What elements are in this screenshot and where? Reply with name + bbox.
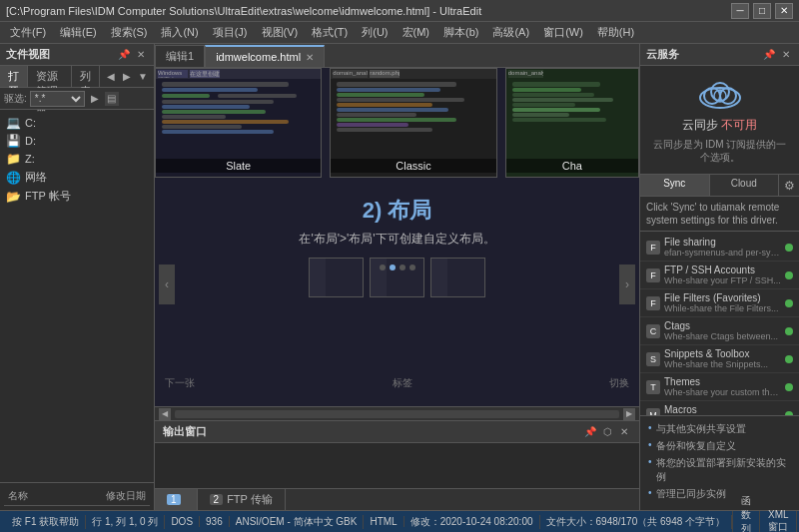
file-tab-extra-icon[interactable]: ▼ [136,70,150,84]
left-panel: 文件视图 📌 ✕ 打开 资源管理器 列表 ◀ ▶ ▼ 驱选: *.* ▶ ▤ [0,44,155,510]
menu-item-j[interactable]: 项目(J) [207,23,254,42]
layout-title: 2) 布局 [363,196,432,226]
forward-arrow-icon[interactable]: ▶ [120,70,134,84]
service-themes-info: Themes Whe-share your custom themes... [664,376,781,397]
dot-3[interactable] [400,265,405,270]
tree-item-c[interactable]: 💻 C: [2,114,152,132]
menu-item-u[interactable]: 列(U) [356,23,394,42]
output-tab-2[interactable]: 2 FTP 传输 [198,489,286,510]
drive-c-icon: 💻 [6,116,21,130]
menu-item-h[interactable]: 帮助(H) [591,23,640,42]
status-right: 函数列表 XML 窗口 模板列表 云服务 [732,511,799,533]
output-pin-icon[interactable]: 📌 [583,425,597,439]
file-columns: 名称 修改日期 [4,487,150,506]
pin-icon[interactable]: 📌 [117,48,131,62]
editor-tab-2-close[interactable]: ✕ [306,52,314,63]
menu-item-t[interactable]: 格式(T) [306,23,354,42]
service-snippets-info: Snippets & Toolbox Whe-share the Snippet… [664,348,781,369]
output-header: 输出窗口 📌 ⬡ ✕ [155,421,639,443]
column-name: 名称 [8,489,28,503]
scroll-left-arrow[interactable]: ◀ [159,408,171,420]
cloud-icon-area [695,76,745,111]
bullet-3: • [648,456,652,467]
theme-preview-slate[interactable]: Windows 记事本 在这里创建文件夹 [155,68,322,178]
file-view-header: 文件视图 📌 ✕ [0,44,154,66]
bottom-text-2: 备份和恢复自定义 [656,439,736,453]
cloud-close-icon[interactable]: ✕ [779,48,793,62]
close-panel-icon[interactable]: ✕ [134,48,148,62]
tree-item-z[interactable]: 📁 Z: [2,150,152,168]
menu-item-b[interactable]: 脚本(b) [437,23,484,42]
menu-item-w[interactable]: 窗口(W) [537,23,589,42]
cloud-service-filesharing: F File sharing efan-sysmenus-and per-sys… [640,234,799,262]
gear-button[interactable]: ⚙ [779,175,799,196]
drive-select[interactable]: *.* [30,91,85,107]
theme-preview-classic[interactable]: domain_analyses random.php [330,68,496,178]
menu-item-f[interactable]: 文件(F) [4,23,52,42]
service-ftp-icon: F [646,268,660,282]
menu-item-n[interactable]: 插入(N) [155,23,204,42]
close-button[interactable]: ✕ [775,3,793,19]
file-tab-open[interactable]: 打开 [0,66,28,87]
status-filesize: 文件大小：6948/170（共 6948 个字节） [540,515,733,529]
tree-item-d[interactable]: 💾 D: [2,132,152,150]
back-arrow-icon[interactable]: ◀ [104,70,118,84]
maximize-button[interactable]: □ [753,3,771,19]
status-pos: 行 1, 列 1, 0 列 [86,515,165,529]
menu-item-s[interactable]: 搜索(S) [105,23,154,42]
drive-extra-icon[interactable]: ▤ [105,92,119,106]
editor-tab-1[interactable]: 编辑1 [155,45,205,67]
dot-1[interactable] [380,265,386,270]
status-dos: DOS [165,516,200,527]
service-ctags-info: Ctags Whe-share Ctags between... [664,320,781,341]
drive-arrow-icon[interactable]: ▶ [88,92,102,106]
editor-tab-2[interactable]: idmwelcome.html ✕ [205,45,325,67]
h-scroll-track[interactable] [175,410,619,418]
title-bar: [C:\Program Files\IDM Computer Solutions… [0,0,799,22]
cloud-tab-cloud[interactable]: Cloud [710,175,780,196]
cloud-tabs: Sync Cloud ⚙ [640,175,799,197]
tab-num-1: 1 [167,494,181,505]
file-tab-explorer[interactable]: 资源管理器 [28,66,72,87]
editor-hscroll: ◀ ▶ [155,406,639,420]
status-bar: 按 F1 获取帮助 行 1, 列 1, 0 列 DOS 936 ANSI/OEM… [0,510,799,532]
minimize-button[interactable]: ─ [731,3,749,19]
cloud-tab-sync[interactable]: Sync [640,175,710,196]
title-bar-text: [C:\Program Files\IDM Computer Solutions… [6,5,731,17]
output-content [155,443,639,488]
file-tree: 💻 C: 💾 D: 📁 Z: 🌐 网络 📂 FTP 帐号 [0,110,154,482]
output-close-icon[interactable]: ✕ [617,425,631,439]
center-panel: 编辑1 idmwelcome.html ✕ Windows 记事本 [155,44,639,510]
tree-item-ftp[interactable]: 📂 FTP 帐号 [2,187,152,206]
tree-item-network[interactable]: 🌐 网络 [2,168,152,187]
dot-4[interactable] [409,265,415,270]
file-tabs: 打开 资源管理器 列表 ◀ ▶ ▼ [0,66,154,88]
editor-content: Windows 记事本 在这里创建文件夹 [155,68,639,406]
output-tab-1[interactable]: 1 [155,489,198,510]
menu-item-e[interactable]: 编辑(E) [54,23,103,42]
service-snippets-icon: S [646,352,660,366]
dot-2[interactable] [390,265,396,270]
status-encoding: ANSI/OEM - 简体中文 GBK [230,515,365,529]
service-macros-name: Macros [664,404,781,415]
status-tab-funclist[interactable]: 函数列表 [732,511,759,533]
service-filesharing-status [785,244,793,252]
cloud-service-snippets: S Snippets & Toolbox Whe-share the Snipp… [640,345,799,373]
scroll-right-arrow[interactable]: ▶ [623,408,635,420]
cloud-title: 云服务 [646,47,679,62]
service-snippets-status [785,355,793,363]
menu-item-a[interactable]: 高级(A) [486,23,535,42]
menu-item-v[interactable]: 视图(V) [256,23,305,42]
cloud-pin-icon[interactable]: 📌 [762,48,776,62]
bottom-text-4: 管理已同步实例 [656,487,726,501]
theme-preview-cha[interactable]: domain_analyses [505,68,639,178]
prev-label: 下一张 [165,376,195,390]
welcome-inner: Windows 记事本 在这里创建文件夹 [155,68,639,406]
status-tab-xml[interactable]: XML 窗口 [759,511,796,533]
cloud-bottom-item-1: • 与其他实例共享设置 [648,422,791,436]
menu-item-m[interactable]: 宏(M) [397,23,436,42]
bullet-4: • [648,487,652,498]
output-float-icon[interactable]: ⬡ [600,425,614,439]
theme-previews: Windows 记事本 在这里创建文件夹 [155,68,639,178]
file-tab-list[interactable]: 列表 [72,66,100,87]
